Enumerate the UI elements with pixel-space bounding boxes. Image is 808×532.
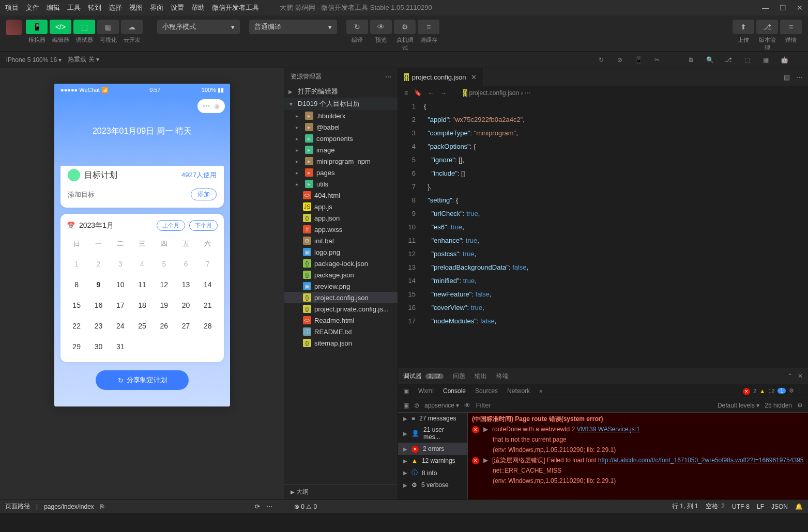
- calendar-day[interactable]: 18: [132, 296, 152, 315]
- clear-cache-button[interactable]: ≡: [418, 20, 439, 34]
- project-root[interactable]: ▼D1019 个人目标日历: [284, 98, 398, 110]
- avatar[interactable]: [6, 20, 22, 35]
- calendar-day[interactable]: 11: [132, 275, 152, 294]
- source-link[interactable]: VM139 WAService.js:1: [576, 426, 639, 433]
- visual-button[interactable]: ▦: [97, 20, 119, 34]
- file-item[interactable]: ⚙init.bat: [284, 235, 398, 246]
- add-button[interactable]: 添加: [191, 189, 217, 200]
- calendar-day[interactable]: 16: [88, 296, 108, 315]
- calendar-day[interactable]: 3: [111, 255, 130, 273]
- calendar-day[interactable]: 14: [198, 275, 218, 294]
- refresh-icon[interactable]: ↻: [595, 54, 607, 66]
- more-tabs-icon[interactable]: »: [539, 387, 543, 395]
- cursor-position[interactable]: 行 1, 列 1: [672, 502, 698, 511]
- page-path[interactable]: pages/index/index: [44, 503, 94, 510]
- back-icon[interactable]: ←: [428, 89, 434, 97]
- filter-input[interactable]: [476, 401, 712, 409]
- calendar-day[interactable]: 26: [154, 317, 174, 335]
- folder-item[interactable]: ▸▸utils: [284, 178, 398, 190]
- wxml-tab[interactable]: Wxml: [418, 387, 434, 395]
- console-filter-row[interactable]: ▶✕2 errors: [398, 443, 467, 455]
- debugger-button[interactable]: ⬚: [73, 20, 95, 34]
- more-status-icon[interactable]: ⋯: [266, 503, 272, 510]
- menu-item[interactable]: 转到: [88, 3, 101, 12]
- device-icon[interactable]: 📱: [632, 54, 645, 66]
- close-panel-icon[interactable]: ✕: [798, 372, 803, 380]
- file-item[interactable]: JSapp.js: [284, 201, 398, 212]
- indent-setting[interactable]: 空格: 2: [706, 502, 725, 511]
- calendar-day[interactable]: 19: [154, 296, 174, 315]
- console-filter-row[interactable]: ▶👤21 user mes...: [398, 424, 467, 443]
- calendar-day[interactable]: 21: [198, 296, 218, 315]
- file-item[interactable]: ▣preview.png: [284, 280, 398, 292]
- feedback-icon[interactable]: 🔔: [795, 503, 803, 510]
- outline-section[interactable]: ▶ 大纲: [284, 484, 398, 499]
- explorer-more-icon[interactable]: ⋯: [385, 73, 391, 81]
- search-icon[interactable]: 🔍: [704, 54, 716, 66]
- calendar-day[interactable]: 8: [67, 275, 86, 294]
- next-month-button[interactable]: 下个月: [189, 220, 218, 231]
- more-icon[interactable]: ⋯: [796, 73, 803, 81]
- copy-icon[interactable]: ⎘: [100, 503, 104, 510]
- output-tab[interactable]: 输出: [475, 372, 487, 381]
- calendar-day[interactable]: 15: [67, 296, 86, 315]
- calendar-day[interactable]: 17: [111, 296, 130, 315]
- share-button[interactable]: ↻ 分享制定计划: [96, 370, 189, 390]
- calendar-day[interactable]: 20: [176, 296, 195, 315]
- eol[interactable]: LF: [757, 503, 764, 510]
- calendar-day[interactable]: 7: [198, 255, 218, 273]
- capsule-button[interactable]: •••◉: [197, 99, 225, 113]
- menu-item[interactable]: 选择: [109, 3, 122, 12]
- sidebar-toggle-icon[interactable]: ▣: [403, 402, 409, 409]
- context-dropdown[interactable]: appservice ▾: [424, 402, 459, 409]
- console-settings-icon[interactable]: ⚙: [797, 402, 803, 409]
- menu-item[interactable]: 工具: [67, 3, 81, 12]
- file-item[interactable]: {}package.json: [284, 269, 398, 280]
- folder-item[interactable]: ▸▸pages: [284, 167, 398, 178]
- forward-icon[interactable]: →: [440, 89, 447, 97]
- list-icon[interactable]: ≡: [404, 89, 408, 97]
- version-button[interactable]: ⎇: [756, 20, 778, 34]
- language-mode[interactable]: JSON: [771, 503, 788, 510]
- source-link[interactable]: http://at.alicdn.com/t/c/font_1671050_2w…: [598, 457, 804, 464]
- file-item[interactable]: {}project.private.config.js...: [284, 303, 398, 315]
- folder-item[interactable]: ▸▸@babel: [284, 121, 398, 133]
- console-filter-row[interactable]: ▶⚙5 verbose: [398, 479, 467, 491]
- modules-icon[interactable]: ⬚: [741, 54, 753, 66]
- calendar-day[interactable]: 24: [111, 317, 130, 335]
- console-filter-row[interactable]: ▶▲12 warnings: [398, 455, 467, 466]
- file-item[interactable]: {}app.json: [284, 212, 398, 224]
- menu-item[interactable]: 微信开发者工具: [212, 3, 259, 12]
- hidden-count[interactable]: 25 hidden: [765, 402, 792, 409]
- calendar-day[interactable]: 22: [67, 317, 86, 335]
- split-icon[interactable]: ▤: [784, 73, 790, 81]
- calendar-day[interactable]: 10: [111, 275, 130, 294]
- close-tab-icon[interactable]: ✕: [471, 73, 477, 81]
- editor-tab[interactable]: {} project.config.json ✕: [398, 68, 483, 86]
- file-item[interactable]: {}project.config.json: [284, 292, 398, 303]
- calendar-day[interactable]: 31: [111, 337, 130, 356]
- calendar-day[interactable]: 28: [198, 317, 218, 335]
- hot-reload-toggle[interactable]: 热重载 关 ▾: [68, 55, 99, 64]
- folder-item[interactable]: ▸▸.hbuilderx: [284, 110, 398, 121]
- sync-icon[interactable]: ⟳: [255, 503, 260, 510]
- open-editors-section[interactable]: ▶打开的编辑器: [284, 85, 398, 98]
- folder-item[interactable]: ▸▸components: [284, 133, 398, 144]
- levels-dropdown[interactable]: Default levels ▾: [718, 402, 759, 409]
- maximize-icon[interactable]: ☐: [780, 4, 786, 12]
- files-icon[interactable]: 🗎: [685, 54, 697, 66]
- simulator-button[interactable]: 📱: [26, 20, 48, 34]
- code-editor[interactable]: 1234567891011121314151617 { "appid": "wx…: [398, 100, 808, 368]
- calendar-day[interactable]: 23: [88, 317, 108, 335]
- calendar-day[interactable]: 12: [154, 275, 174, 294]
- folder-item[interactable]: ▸▸image: [284, 144, 398, 155]
- terminal-tab[interactable]: 终端: [496, 372, 509, 381]
- dock-icon[interactable]: ⋮: [797, 387, 803, 394]
- git-icon[interactable]: ⎇: [722, 54, 735, 66]
- calendar-day[interactable]: 30: [88, 337, 108, 356]
- details-button[interactable]: ≡: [780, 20, 802, 34]
- settings-icon[interactable]: ⚙: [789, 387, 794, 394]
- calendar-day[interactable]: 13: [176, 275, 195, 294]
- menu-item[interactable]: 设置: [171, 3, 184, 12]
- robot-icon[interactable]: 🤖: [778, 54, 790, 66]
